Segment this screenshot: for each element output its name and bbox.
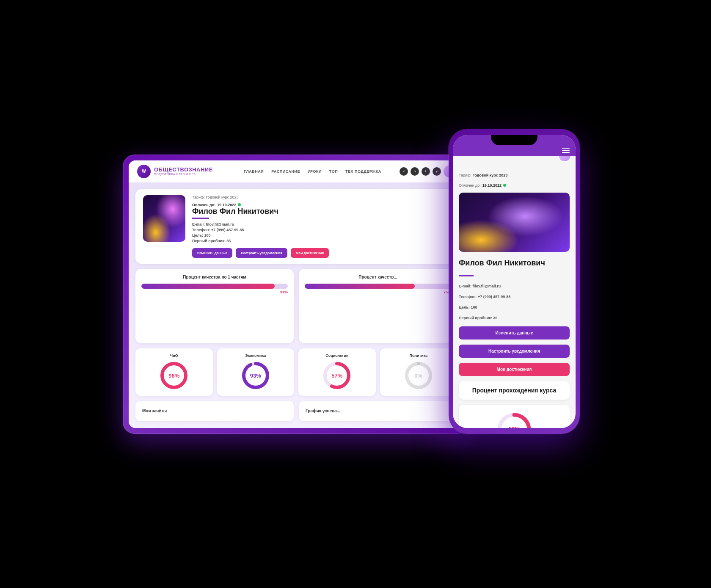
mini-card-2: Социология 57% bbox=[298, 348, 376, 396]
phone-course-label: 40% bbox=[507, 426, 521, 428]
nav-social-icon-4[interactable]: y bbox=[433, 167, 441, 176]
donut-1-text: 93% bbox=[250, 372, 261, 378]
phone-device: Тариф: Годовой курс 2023 Оплачен до: 19.… bbox=[449, 129, 580, 434]
phone-paid: Оплачен до: 19.10.2022 bbox=[459, 183, 570, 188]
paid-dot bbox=[238, 203, 241, 206]
paid-label: Оплачен до: bbox=[192, 203, 215, 207]
mini-card-0: ЧиО 98% bbox=[135, 348, 213, 396]
progress-chart-card: График успева... bbox=[299, 401, 457, 421]
mini-card-2-title: Социология bbox=[325, 353, 348, 358]
nav-social-icon-3[interactable]: t bbox=[422, 167, 430, 176]
hamburger-icon[interactable] bbox=[562, 148, 570, 153]
tablet-screen: W ОБЩЕСТВОЗНАНИЕ ПОДГОТОВКА К ЕГЭ И ОГЭ … bbox=[129, 160, 464, 428]
paid-date: 19.10.2022 bbox=[217, 203, 236, 207]
nav-link-support[interactable]: ТЕХ ПОДДЕРЖКА bbox=[345, 169, 381, 174]
profile-phone: Телефон: +7 (999) 457-99-88 bbox=[192, 228, 449, 232]
phone-scroll-content: Тариф: Годовой курс 2023 Оплачен до: 19.… bbox=[453, 156, 576, 428]
phone-course-section: Процент прохождения курса bbox=[459, 381, 570, 400]
profile-trial: Первый пробник: 35 bbox=[192, 239, 449, 243]
donut-1: 93% bbox=[240, 360, 271, 391]
quality1-fill bbox=[141, 284, 275, 289]
profile-name: Филов Фил Никитович bbox=[192, 207, 449, 216]
phone-achievements-button[interactable]: Мои достижения bbox=[459, 363, 570, 376]
quality1-label: 91% bbox=[141, 290, 288, 294]
phone-content: Тариф: Годовой курс 2023 Оплачен до: 19.… bbox=[453, 156, 576, 428]
phone-value: +7 (999) 457-99-88 bbox=[211, 228, 244, 232]
quality2-bar bbox=[305, 284, 451, 289]
donut-3: 0% bbox=[403, 360, 434, 391]
profile-goal: Цель: 100 bbox=[192, 233, 449, 237]
phone-goal: Цель: 100 bbox=[459, 305, 570, 309]
profile-email: E-mail: filov.fil@mail.ru bbox=[192, 222, 449, 226]
donut-2-text: 57% bbox=[331, 372, 342, 378]
phone-avatar[interactable] bbox=[558, 156, 571, 162]
tablet-frame: W ОБЩЕСТВОЗНАНИЕ ПОДГОТОВКА К ЕГЭ И ОГЭ … bbox=[123, 155, 470, 434]
phone-notify-button[interactable]: Настроить уведомления bbox=[459, 345, 570, 358]
phone-phone-label: Телефон: bbox=[459, 295, 477, 299]
mini-card-1-title: Экономика bbox=[245, 353, 266, 358]
phone-tariff-label: Тариф: bbox=[459, 173, 471, 177]
phone-edit-button[interactable]: Изменить данные bbox=[459, 326, 570, 340]
phone-course-svg bbox=[495, 411, 533, 428]
donut-2: 57% bbox=[322, 360, 352, 391]
tariff-info: Тариф: Годовой курс 2023 bbox=[192, 195, 449, 199]
nav-link-top[interactable]: ТОП bbox=[329, 169, 338, 174]
tariff-label: Тариф: bbox=[192, 195, 205, 199]
my-tests-card: Мои зачёты bbox=[135, 401, 294, 421]
phone-trial-value: 35 bbox=[493, 316, 497, 320]
nav-link-schedule[interactable]: РАСПИСАНИЕ bbox=[271, 169, 300, 174]
profile-info: Тариф: Годовой курс 2023 Оплачен до: 19.… bbox=[192, 195, 449, 258]
profile-image bbox=[143, 195, 185, 242]
phone-name: Филов Фил Никитович bbox=[459, 259, 570, 268]
phone-paid-dot bbox=[503, 184, 506, 187]
phone-phone: Телефон: +7 (999) 457-99-88 bbox=[459, 295, 570, 299]
goal-value: 100 bbox=[204, 233, 210, 237]
scene: W ОБЩЕСТВОЗНАНИЕ ПОДГОТОВКА К ЕГЭ И ОГЭ … bbox=[123, 129, 588, 459]
tablet-content: Тариф: Годовой курс 2023 Оплачен до: 19.… bbox=[129, 182, 464, 428]
phone-tariff: Тариф: Годовой курс 2023 bbox=[459, 173, 570, 177]
tablet-nav: W ОБЩЕСТВОЗНАНИЕ ПОДГОТОВКА К ЕГЭ И ОГЭ … bbox=[129, 160, 464, 182]
phone-phone-value: +7 (999) 457-99-88 bbox=[478, 295, 510, 299]
phone-notch bbox=[491, 135, 537, 145]
phone-divider bbox=[459, 275, 474, 276]
phone-paid-date: 19.10.2022 bbox=[482, 183, 502, 188]
edit-data-button[interactable]: Изменить данные bbox=[192, 248, 232, 258]
phone-tariff-value: Годовой курс 2023 bbox=[473, 173, 508, 177]
nav-social-icon-1[interactable]: v bbox=[400, 167, 408, 176]
mini-card-0-title: ЧиО bbox=[170, 353, 178, 358]
phone-trial-label: Первый пробник: bbox=[459, 316, 492, 320]
profile-divider bbox=[192, 218, 209, 219]
wizard-art-tablet bbox=[143, 195, 185, 242]
quality2-label: 75% bbox=[305, 290, 451, 294]
donut-0: 98% bbox=[159, 360, 189, 391]
hamburger-line-3 bbox=[562, 152, 570, 153]
trial-value: 35 bbox=[226, 239, 231, 243]
mini-card-3: Политика 0% bbox=[380, 348, 457, 396]
logo-title: ОБЩЕСТВОЗНАНИЕ bbox=[154, 167, 213, 173]
notify-button[interactable]: Настроить уведомления bbox=[236, 248, 287, 258]
phone-goal-value: 100 bbox=[471, 305, 477, 309]
trial-label: Первый пробник: bbox=[192, 239, 226, 243]
quality1-title: Процент качества по 1 частям bbox=[141, 275, 288, 279]
phone-email: E-mail: filov.fil@mail.ru bbox=[459, 284, 570, 288]
nav-social-icon-2[interactable]: o bbox=[411, 167, 419, 176]
quality1-bar bbox=[141, 284, 288, 289]
donut-0-text: 98% bbox=[168, 372, 179, 378]
mini-card-3-title: Политика bbox=[410, 353, 427, 358]
tablet-device: W ОБЩЕСТВОЗНАНИЕ ПОДГОТОВКА К ЕГЭ И ОГЭ … bbox=[123, 155, 470, 434]
logo-text: ОБЩЕСТВОЗНАНИЕ ПОДГОТОВКА К ЕГЭ И ОГЭ bbox=[154, 167, 213, 176]
hamburger-line-2 bbox=[562, 150, 570, 151]
stats-row: Процент качества по 1 частям 91% Процент… bbox=[135, 269, 457, 343]
logo-subtitle: ПОДГОТОВКА К ЕГЭ И ОГЭ bbox=[154, 173, 213, 176]
nav-link-lessons[interactable]: УРОКИ bbox=[308, 169, 322, 174]
phone-hero-image bbox=[459, 193, 570, 252]
logo-icon: W bbox=[137, 165, 151, 178]
nav-link-home[interactable]: ГЛАВНАЯ bbox=[244, 169, 264, 174]
achievements-button[interactable]: Мои достижения bbox=[291, 248, 329, 258]
phone-course-donut: 40% bbox=[495, 411, 533, 428]
phone-screen: Тариф: Годовой курс 2023 Оплачен до: 19.… bbox=[453, 135, 576, 428]
nav-icons: v o t y bbox=[400, 166, 455, 177]
email-label: E-mail: bbox=[192, 222, 205, 226]
phone-trial: Первый пробник: 35 bbox=[459, 316, 570, 320]
phone-paid-label: Оплачен до: bbox=[459, 183, 481, 188]
